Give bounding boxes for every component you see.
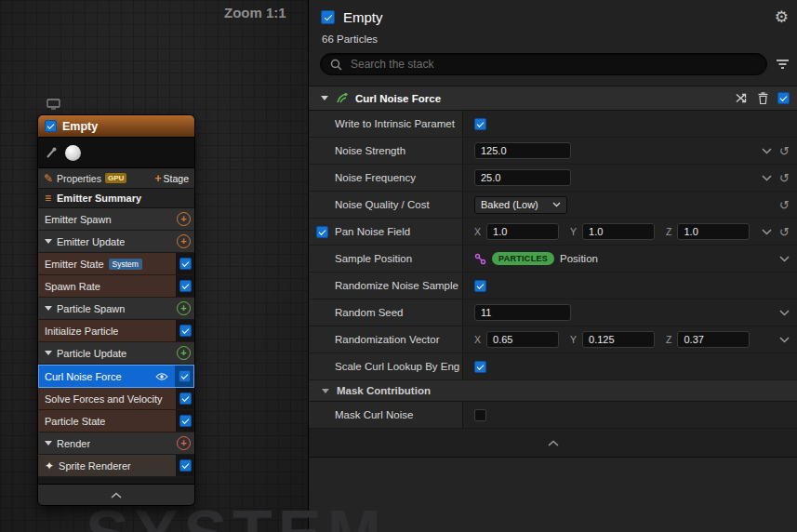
emitter-node[interactable]: Empty ✎ Properties GPU + Stage ≡ Emitter…	[37, 114, 195, 506]
module-label: Emitter State	[45, 259, 104, 270]
chevron-down-icon[interactable]	[762, 148, 772, 154]
emitter-enabled-checkbox[interactable]	[45, 120, 57, 132]
pan-x-input[interactable]: 1.0	[486, 223, 559, 240]
stack-group-particle-spawn[interactable]: Particle Spawn +	[38, 298, 194, 320]
axis-x-label: X	[474, 226, 481, 237]
group-label: Particle Spawn	[57, 303, 125, 314]
module-label: Solve Forces and Velocity	[45, 393, 163, 405]
collapse-triangle-icon[interactable]	[45, 351, 52, 355]
chevron-down-icon[interactable]	[762, 175, 772, 181]
collapse-triangle-icon[interactable]	[322, 389, 329, 393]
param-row-scale-curl-lookup: Scale Curl Lookup By Eng	[309, 353, 797, 380]
stack-module-solve-forces[interactable]: Solve Forces and Velocity	[38, 388, 194, 410]
module-enabled-checkbox[interactable]	[179, 415, 192, 427]
param-label: Noise Frequency	[335, 172, 416, 183]
trash-icon[interactable]	[758, 92, 768, 104]
section-collapse-button[interactable]	[309, 429, 797, 457]
axis-x-label: X	[474, 334, 481, 345]
group-label: Emitter Spawn	[45, 214, 112, 225]
emitter-node-header[interactable]: Empty	[38, 115, 194, 138]
gear-icon[interactable]: ⚙	[775, 9, 789, 25]
chevron-down-icon	[552, 202, 561, 207]
stack-module-sprite-renderer[interactable]: ✦ Sprite Renderer	[38, 455, 194, 477]
shuffle-icon[interactable]	[736, 93, 749, 103]
node-collapse-button[interactable]	[38, 485, 194, 505]
chevron-down-icon[interactable]	[779, 310, 790, 316]
param-row-noise-frequency: Noise Frequency 25.0 ↺	[309, 165, 797, 192]
module-enabled-checkbox[interactable]	[179, 392, 192, 405]
mask-contribution-header[interactable]: Mask Contribution	[309, 380, 797, 402]
rand-y-input[interactable]: 0.125	[582, 331, 655, 348]
module-enabled-checkbox[interactable]	[179, 370, 191, 382]
module-enabled-checkbox[interactable]	[777, 92, 790, 104]
module-enabled-checkbox[interactable]	[179, 258, 192, 270]
stack-group-emitter-spawn[interactable]: Emitter Spawn +	[38, 208, 194, 231]
param-row-noise-strength: Noise Strength 125.0 ↺	[309, 138, 797, 165]
collapse-triangle-icon[interactable]	[45, 441, 52, 446]
add-stage-button[interactable]: + Stage	[155, 173, 189, 184]
param-row-noise-quality: Noise Quality / Cost Baked (Low) ↺	[309, 192, 797, 219]
mask-curl-noise-checkbox[interactable]	[474, 409, 486, 421]
sample-position-value[interactable]: Position	[560, 253, 598, 264]
filter-icon[interactable]	[776, 59, 790, 70]
rand-z-input[interactable]: 0.37	[677, 331, 750, 348]
param-label: Randomize Noise Sample	[335, 280, 458, 291]
stack-group-render[interactable]: Render +	[38, 432, 194, 455]
add-module-icon[interactable]: +	[177, 301, 191, 315]
add-module-icon[interactable]: +	[177, 234, 191, 248]
collapse-triangle-icon[interactable]	[321, 96, 328, 100]
scale-curl-checkbox[interactable]	[474, 361, 486, 373]
chevron-down-icon[interactable]	[762, 229, 772, 235]
chevron-down-icon[interactable]	[779, 337, 790, 343]
noise-strength-input[interactable]: 125.0	[474, 142, 571, 159]
module-label: Particle State	[45, 416, 105, 427]
stack-group-particle-update[interactable]: Particle Update +	[38, 342, 194, 365]
pan-noise-checkbox[interactable]	[316, 226, 328, 238]
chevron-down-icon[interactable]	[779, 256, 790, 262]
module-icon	[336, 92, 348, 104]
tab-properties[interactable]: Properties	[57, 173, 101, 184]
add-module-icon[interactable]: +	[177, 212, 191, 226]
collapse-triangle-icon[interactable]	[45, 306, 52, 311]
collapse-triangle-icon[interactable]	[45, 239, 52, 244]
param-label: Scale Curl Lookup By Eng	[335, 361, 459, 372]
search-input[interactable]	[349, 57, 757, 72]
add-module-icon[interactable]: +	[177, 346, 191, 360]
stack-module-particle-state[interactable]: Particle State	[38, 410, 194, 432]
eye-icon[interactable]	[155, 372, 168, 381]
pan-z-input[interactable]: 1.0	[677, 223, 750, 240]
stack-module-emitter-state[interactable]: Emitter State System	[38, 253, 194, 275]
checkbox-cell	[176, 320, 194, 341]
module-enabled-checkbox[interactable]	[179, 459, 192, 472]
selection-panel: Empty ⚙ 66 Particles	[308, 0, 797, 532]
particle-count: 66 Particles	[309, 33, 797, 51]
rand-x-input[interactable]: 0.65	[486, 331, 559, 348]
reset-icon[interactable]: ↺	[779, 172, 790, 184]
emitter-enabled-checkbox[interactable]	[321, 10, 335, 24]
module-enabled-checkbox[interactable]	[179, 325, 192, 337]
pan-y-input[interactable]: 1.0	[582, 223, 655, 240]
reset-icon[interactable]: ↺	[779, 145, 790, 157]
noise-quality-dropdown[interactable]: Baked (Low)	[474, 196, 567, 214]
reset-icon[interactable]: ↺	[779, 226, 790, 238]
search-icon	[330, 59, 342, 71]
reset-icon[interactable]: ↺	[779, 199, 790, 211]
write-intrinsic-checkbox[interactable]	[474, 118, 486, 130]
random-seed-input[interactable]: 11	[474, 304, 571, 321]
stack-search[interactable]	[320, 53, 767, 75]
add-module-icon[interactable]: +	[177, 436, 191, 450]
param-row-pan-noise-field: Pan Noise Field X 1.0 Y 1.0 Z 1.0 ↺	[309, 219, 797, 246]
module-enabled-checkbox[interactable]	[179, 280, 192, 292]
stack-group-emitter-update[interactable]: Emitter Update +	[38, 231, 194, 253]
emitter-summary-row[interactable]: ≡ Emitter Summary	[38, 189, 194, 208]
stack-module-initialize-particle[interactable]: Initialize Particle	[38, 320, 194, 342]
randomize-noise-checkbox[interactable]	[474, 280, 486, 292]
material-thumbnail[interactable]	[65, 145, 81, 161]
particles-namespace-badge[interactable]: PARTICLES	[492, 252, 554, 265]
noise-frequency-input[interactable]: 25.0	[474, 169, 571, 186]
module-section-header[interactable]: Curl Noise Force	[309, 86, 797, 111]
stack-module-curl-noise-force[interactable]: Curl Noise Force	[38, 365, 194, 388]
pipette-icon[interactable]	[46, 146, 57, 159]
stack-module-spawn-rate[interactable]: Spawn Rate	[38, 275, 194, 298]
link-icon	[474, 253, 486, 265]
